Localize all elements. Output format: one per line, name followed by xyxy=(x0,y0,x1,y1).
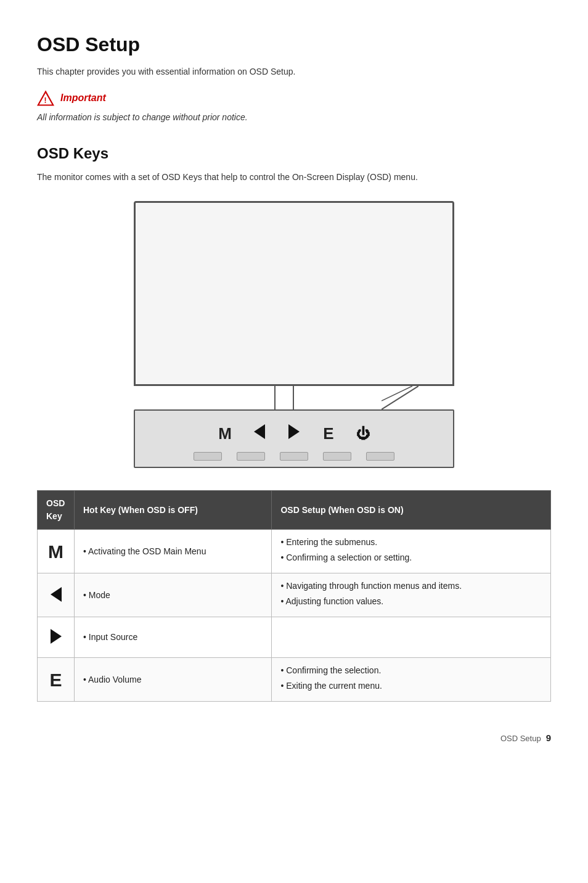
button-m[interactable] xyxy=(194,452,222,461)
osdsetup-cell xyxy=(272,617,551,658)
table-row: M• Activating the OSD Main MenuEntering … xyxy=(38,530,551,573)
monitor-base: M E ⏻ xyxy=(134,409,454,468)
stand-left xyxy=(274,386,276,409)
button-right[interactable] xyxy=(280,452,308,461)
hotkey-cell: • Mode xyxy=(75,573,272,617)
table-row: • Input Source xyxy=(38,617,551,658)
important-box: ! Important xyxy=(37,89,551,107)
list-item: Adjusting function values. xyxy=(280,595,542,608)
right-triangle-icon xyxy=(51,629,62,644)
warning-icon: ! xyxy=(37,90,54,107)
page-title: OSD Setup xyxy=(37,30,551,59)
table-row: • ModeNavigating through function menus … xyxy=(38,573,551,617)
hotkey-cell: • Activating the OSD Main Menu xyxy=(75,530,272,573)
stand-lines xyxy=(134,386,454,409)
col-header-key: OSD Key xyxy=(38,491,75,530)
key-cell: M xyxy=(38,530,75,573)
stand-right xyxy=(293,386,294,409)
osd-keys-description: The monitor comes with a set of OSD Keys… xyxy=(37,171,551,184)
list-item: Confirming a selection or setting. xyxy=(280,551,542,564)
right-triangle-icon xyxy=(288,424,300,439)
list-item: Navigating through function menus and it… xyxy=(280,580,542,593)
page-footer: OSD Setup 9 xyxy=(37,731,551,745)
list-item: Confirming the selection. xyxy=(280,664,542,677)
left-triangle-icon xyxy=(51,587,62,602)
key-e: E xyxy=(319,422,338,446)
important-note: All information is subject to change wit… xyxy=(37,111,551,124)
footer-label: OSD Setup xyxy=(500,733,541,745)
key-right xyxy=(284,422,304,446)
osdsetup-cell: Navigating through function menus and it… xyxy=(272,573,551,617)
footer-page-number: 9 xyxy=(546,731,551,745)
list-item: Entering the submenus. xyxy=(280,536,542,549)
key-buttons-row xyxy=(147,452,441,461)
key-row: M E ⏻ xyxy=(147,417,441,450)
left-triangle-icon xyxy=(254,424,265,439)
key-cell xyxy=(38,573,75,617)
osdsetup-cell: Confirming the selection.Exiting the cur… xyxy=(272,658,551,702)
important-label: Important xyxy=(60,89,106,107)
key-power: ⏻ xyxy=(353,424,373,444)
button-power[interactable] xyxy=(366,452,394,461)
osdsetup-cell: Entering the submenus.Confirming a selec… xyxy=(272,530,551,573)
svg-text:!: ! xyxy=(44,96,47,105)
osd-table: OSD Key Hot Key (When OSD is OFF) OSD Se… xyxy=(37,490,551,702)
key-cell: E xyxy=(38,658,75,702)
list-item: Exiting the current menu. xyxy=(280,680,542,692)
button-left[interactable] xyxy=(237,452,265,461)
table-header-row: OSD Key Hot Key (When OSD is OFF) OSD Se… xyxy=(38,491,551,530)
monitor-screen xyxy=(134,201,454,386)
hotkey-cell: • Input Source xyxy=(75,617,272,658)
col-header-hotkey: Hot Key (When OSD is OFF) xyxy=(75,491,272,530)
osd-keys-title: OSD Keys xyxy=(37,142,551,165)
table-row: E• Audio VolumeConfirming the selection.… xyxy=(38,658,551,702)
key-cell xyxy=(38,617,75,658)
button-e[interactable] xyxy=(323,452,351,461)
hotkey-cell: • Audio Volume xyxy=(75,658,272,702)
diagonal-detail xyxy=(382,386,419,409)
col-header-osdsetup: OSD Setup (When OSD is ON) xyxy=(272,491,551,530)
key-left xyxy=(250,422,269,446)
monitor-diagram: M E ⏻ xyxy=(37,201,551,468)
key-m: M xyxy=(215,422,235,446)
intro-text: This chapter provides you with essential… xyxy=(37,65,551,78)
